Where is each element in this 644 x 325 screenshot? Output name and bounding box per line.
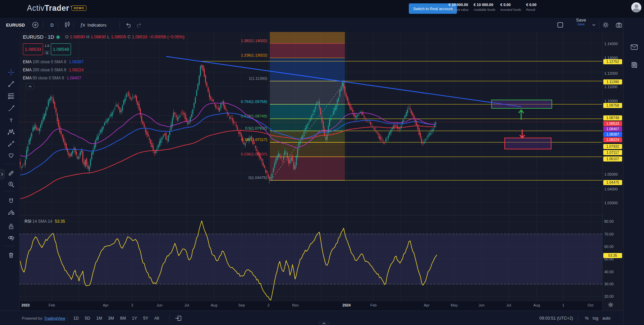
- percent-scale-button[interactable]: %: [583, 315, 591, 322]
- axis-price-label: 1.04000: [604, 187, 618, 191]
- emoji-heart-tool[interactable]: [7, 152, 15, 159]
- ema100-legend[interactable]: EMA 100 close 0 SMA 91.08387: [23, 60, 83, 64]
- undo-button[interactable]: [125, 18, 132, 32]
- account-value: € 10 000.00: [449, 3, 469, 7]
- interval-button[interactable]: D: [50, 18, 53, 32]
- fib-retracement-tool[interactable]: [7, 92, 15, 100]
- fib-level-label: 0.618(1.08748): [241, 114, 267, 118]
- chart-type-button[interactable]: [64, 18, 71, 32]
- redo-button[interactable]: [136, 18, 142, 32]
- trend-line-tool[interactable]: [7, 80, 15, 88]
- result-stat: € 0.00 Result: [526, 3, 537, 11]
- axis-price-badge: 1.08387: [603, 132, 622, 137]
- market-status-dot[interactable]: [57, 36, 60, 39]
- fx-icon: ƒx: [80, 22, 85, 28]
- ema200-legend[interactable]: EMA 200 close 0 SMA 91.08224: [23, 68, 83, 72]
- goto-date-button[interactable]: [175, 315, 182, 322]
- plus-circle-icon: [32, 21, 39, 29]
- ema50-legend[interactable]: EMA 50 close 0 SMA 91.08407: [23, 76, 81, 80]
- sell-price-button[interactable]: 1.08533: [23, 43, 43, 55]
- axis-price-label: 1.03000: [604, 201, 618, 205]
- screenshot-button[interactable]: [615, 18, 622, 32]
- axis-price-label: 40.00: [604, 270, 614, 274]
- fib-level-label: 0.764(1.09758): [241, 100, 267, 104]
- range-button-5Y[interactable]: 5Y: [141, 315, 150, 322]
- chart-settings-button[interactable]: [602, 18, 609, 32]
- clock[interactable]: 09:03:51 (UTC+2): [539, 316, 573, 321]
- save-status: Save: [577, 23, 585, 26]
- gear-icon: [602, 22, 609, 28]
- axis-time-label: Aug: [533, 303, 540, 307]
- symbol-label[interactable]: EURUSD: [6, 18, 25, 32]
- fib-level-label: 0.236(1.06107): [241, 152, 267, 156]
- axis-time-label: 2023: [22, 303, 30, 307]
- auto-scale-button[interactable]: auto: [600, 315, 612, 322]
- messages-button[interactable]: [630, 43, 638, 51]
- forecast-icon: [7, 140, 15, 147]
- panel-expand-tab[interactable]: [319, 321, 329, 325]
- rsi-value: 53.35: [55, 219, 65, 224]
- drawing-edit-lock-tool[interactable]: [7, 208, 15, 216]
- log-scale-button[interactable]: log: [591, 315, 601, 322]
- hide-drawings-tool[interactable]: [7, 234, 15, 242]
- top-navbar: ActivTrader™ DEMO Switch to Real account…: [0, 0, 644, 18]
- result-label: Result: [526, 8, 537, 11]
- axis-time-label: Sep: [238, 303, 245, 307]
- fib-level-label: 1(1.11390): [249, 76, 267, 80]
- axis-time-label: Jun: [478, 303, 485, 307]
- spread-value: 1.5: [45, 44, 49, 47]
- chart-title[interactable]: EURUSD · 1D: [23, 34, 54, 40]
- magnet-tool[interactable]: [7, 197, 15, 205]
- text-tool[interactable]: T: [7, 116, 15, 124]
- zoom-in-tool[interactable]: [7, 181, 15, 188]
- symbol-search-button[interactable]: [32, 18, 39, 32]
- save-menu-button[interactable]: [592, 18, 596, 32]
- mail-icon: [630, 43, 638, 51]
- range-button-3M[interactable]: 3M: [106, 315, 115, 322]
- fib-level-label: 0(1.04475): [248, 176, 267, 180]
- news-button[interactable]: [630, 61, 638, 69]
- axis-time-label: 2: [131, 303, 133, 307]
- user-avatar[interactable]: [631, 2, 641, 12]
- layout-select-button[interactable]: [557, 18, 564, 32]
- range-button-1Y[interactable]: 1Y: [130, 315, 139, 322]
- range-button-1D[interactable]: 1D: [72, 315, 80, 322]
- chart-plot[interactable]: 1.382(1.14032)1.236(1.13022)1(1.11390)0.…: [19, 32, 602, 301]
- price-axis[interactable]: 1.140001.130001.120001.110001.100001.050…: [602, 32, 623, 311]
- calendar-icon: [175, 315, 182, 322]
- toolbar-expand-tab[interactable]: [0, 169, 5, 179]
- pattern-tool[interactable]: [7, 128, 15, 136]
- ema200-value: 1.08224: [69, 68, 83, 72]
- range-button-1M[interactable]: 1M: [95, 315, 104, 322]
- legend-collapse-button[interactable]: [26, 83, 34, 89]
- powered-by-label: Powered by: [22, 316, 42, 320]
- time-axis[interactable]: 2023FebApr2JunJulAugSep2Nov2024FebAprMay…: [19, 301, 602, 311]
- lot-value: 1: [44, 50, 49, 55]
- trash-icon: [7, 251, 15, 259]
- axis-price-label: 70.00: [604, 232, 614, 236]
- axis-price-label: 1.12000: [604, 71, 618, 75]
- range-button-6M[interactable]: 6M: [118, 315, 128, 322]
- range-button-All[interactable]: All: [153, 315, 161, 322]
- measure-tool[interactable]: [7, 170, 15, 177]
- axis-price-badge: 1.12752: [603, 59, 622, 64]
- delete-tool[interactable]: [7, 251, 15, 259]
- fib-retracement-icon: [7, 92, 15, 100]
- invested-funds-label: Invested funds: [500, 8, 521, 11]
- brush-tool[interactable]: [7, 105, 15, 112]
- rsi-legend[interactable]: RSI 14 SMA 1453.35: [25, 219, 65, 224]
- save-button[interactable]: Save Save: [576, 18, 586, 32]
- axis-price-label: 1.14000: [604, 42, 618, 46]
- forecast-tool[interactable]: [7, 140, 15, 147]
- axis-price-badge: 1.08748: [603, 115, 622, 120]
- crosshair-tool[interactable]: [7, 69, 15, 76]
- lock-all-tool[interactable]: [7, 223, 15, 230]
- indicators-button[interactable]: ƒx Indicators: [80, 18, 106, 32]
- axis-settings-button[interactable]: [608, 302, 614, 308]
- buy-price-button[interactable]: 1.08548: [51, 43, 71, 55]
- tradingview-link[interactable]: TradingView: [44, 316, 65, 320]
- chevron-right-icon: [1, 173, 3, 176]
- close-value: 1.08533: [132, 35, 147, 39]
- range-button-5D[interactable]: 5D: [83, 315, 92, 322]
- axis-time-label: Feb: [370, 303, 377, 307]
